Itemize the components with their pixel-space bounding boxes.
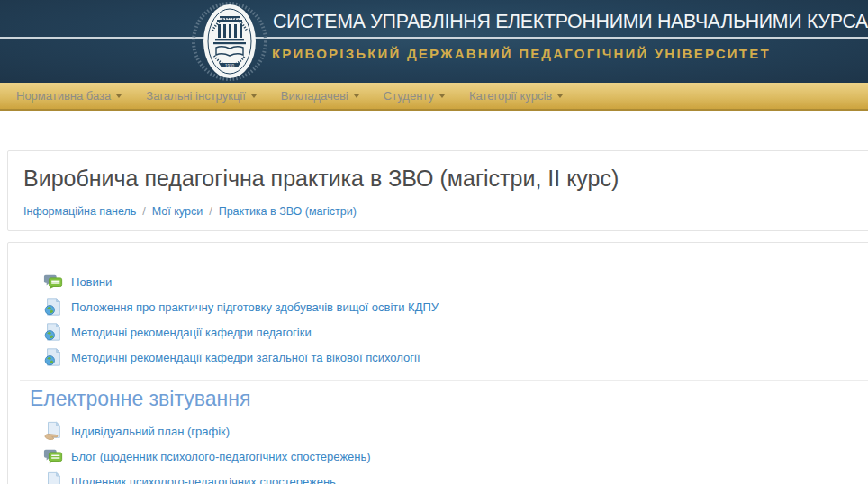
breadcrumb-separator: / xyxy=(142,205,145,218)
chevron-down-icon xyxy=(116,94,122,98)
breadcrumb-separator: / xyxy=(209,205,212,218)
activity-link-psychology-recommendations[interactable]: Методичні рекомендації кафедри загальної… xyxy=(43,345,439,370)
breadcrumb-my-courses-link[interactable]: Мої курси xyxy=(152,205,203,218)
activity-label: Методичні рекомендації кафедри педагогік… xyxy=(71,326,312,339)
activity-label: Індивідуальний план (графік) xyxy=(71,425,230,438)
breadcrumb: Інформаційна панель / Мої курси / Практи… xyxy=(23,205,357,218)
assignment-icon xyxy=(43,421,63,441)
activity-label: Блог (щоденник психолого-педагогічних сп… xyxy=(71,450,371,463)
chevron-down-icon xyxy=(557,94,563,98)
nav-item-normative-base[interactable]: Нормативна база xyxy=(16,89,122,103)
url-icon xyxy=(43,322,63,342)
nav-item-label: Нормативна база xyxy=(16,89,111,103)
activity-label: Щоденник психолого-педагогічних спостере… xyxy=(71,475,336,484)
breadcrumb-dashboard-link[interactable]: Інформаційна панель xyxy=(23,205,136,218)
course-section-electronic-reporting: Індивідуальний план (графік) Блог (щоден… xyxy=(43,418,371,484)
url-icon xyxy=(43,347,63,367)
chevron-down-icon xyxy=(251,94,257,98)
activity-link-observation-diary[interactable]: Щоденник психолого-педагогічних спостере… xyxy=(43,469,371,484)
university-logo-icon[interactable] xyxy=(189,2,270,81)
activity-link-individual-plan[interactable]: Індивідуальний план (графік) xyxy=(43,418,371,444)
forum-icon xyxy=(43,446,63,466)
page-header-card: Виробнича педагогічна практика в ЗВО (ма… xyxy=(7,150,868,231)
activity-label: Новини xyxy=(71,275,112,289)
nav-item-course-categories[interactable]: Категорії курсів xyxy=(469,89,563,103)
chevron-down-icon xyxy=(354,94,359,98)
university-name: КРИВОРІЗЬКИЙ ДЕРЖАВНИЙ ПЕДАГОГІЧНИЙ УНІВ… xyxy=(272,46,771,61)
nav-item-general-instructions[interactable]: Загальні інструкції xyxy=(146,89,257,103)
nav-item-label: Категорії курсів xyxy=(469,89,552,103)
forum-icon xyxy=(43,272,63,291)
nav-item-for-student[interactable]: Студенту xyxy=(384,89,445,103)
assignment-icon xyxy=(43,471,63,484)
url-icon xyxy=(43,297,63,317)
nav-item-label: Студенту xyxy=(384,89,434,103)
activity-link-pedagogy-recommendations[interactable]: Методичні рекомендації кафедри педагогік… xyxy=(43,319,439,345)
section-heading-electronic-reporting: Електронне звітування xyxy=(30,387,250,411)
activity-label: Методичні рекомендації кафедри загальної… xyxy=(71,351,420,364)
header-divider-line xyxy=(0,37,868,39)
activity-label: Положення про практичну підготовку здобу… xyxy=(71,300,439,314)
activity-link-news-forum[interactable]: Новини xyxy=(43,269,439,294)
activity-link-practice-regulations[interactable]: Положення про практичну підготовку здобу… xyxy=(43,294,439,319)
site-header: СИСТЕМА УПРАВЛІННЯ ЕЛЕКТРОННИМИ НАВЧАЛЬН… xyxy=(0,0,868,83)
system-title: СИСТЕМА УПРАВЛІННЯ ЕЛЕКТРОННИМИ НАВЧАЛЬН… xyxy=(273,10,868,33)
nav-item-label: Загальні інструкції xyxy=(146,89,246,103)
page-title: Виробнича педагогічна практика в ЗВО (ма… xyxy=(23,166,619,192)
nav-item-label: Викладачеві xyxy=(281,89,348,103)
nav-item-for-teacher[interactable]: Викладачеві xyxy=(281,89,359,103)
section-divider xyxy=(20,380,868,381)
chevron-down-icon xyxy=(439,94,445,98)
course-content-card: Новини Положення про практичну підготовк… xyxy=(7,242,868,484)
main-navbar: Нормативна база Загальні інструкції Викл… xyxy=(0,83,868,111)
course-section-general: Новини Положення про практичну підготовк… xyxy=(43,269,439,370)
breadcrumb-current-course-link[interactable]: Практика в ЗВО (магістри) xyxy=(219,205,357,218)
activity-link-blog-forum[interactable]: Блог (щоденник психолого-педагогічних сп… xyxy=(43,444,371,469)
